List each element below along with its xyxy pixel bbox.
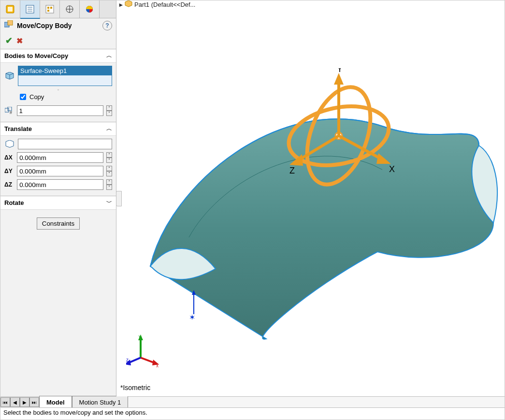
translate-section-title: Translate [4, 125, 32, 132]
breadcrumb-part-name[interactable]: Part1 (Default<<Def... [134, 1, 195, 8]
panel-tab-strip [0, 0, 116, 18]
svg-line-23 [297, 136, 339, 161]
constraints-button[interactable]: Constraints [37, 217, 80, 230]
vcr-next-button[interactable]: ▶ [20, 397, 29, 407]
list-resize-handle[interactable]: ◦ [4, 87, 112, 92]
dz-label: ΔZ [4, 181, 14, 188]
body-selection-icon [4, 72, 15, 80]
rotate-section-title: Rotate [4, 199, 24, 206]
feature-manager-tab[interactable] [0, 0, 20, 18]
ok-button[interactable]: ✔ [5, 35, 13, 46]
view-name-label: *Isometric [120, 384, 150, 391]
configuration-manager-tab[interactable] [40, 0, 60, 18]
panel-splitter-handle[interactable] [116, 191, 122, 206]
svg-marker-26 [192, 290, 196, 295]
confirm-cancel-row: ✔ ✖ [0, 32, 116, 49]
display-manager-tab[interactable] [80, 0, 100, 18]
dx-spin-up[interactable]: ˄ [106, 152, 112, 158]
property-manager-panel: Move/Copy Body ? ✔ ✖ Bodies to Move/Copy… [0, 0, 116, 396]
move-copy-body-icon [4, 20, 14, 30]
translate-to-input[interactable] [18, 139, 112, 149]
move-triad-manipulator[interactable]: Y X Z [276, 68, 402, 194]
dx-input[interactable] [17, 152, 103, 163]
svg-text:✶: ✶ [189, 313, 195, 321]
breadcrumb-part-icon [125, 0, 132, 9]
svg-rect-6 [46, 5, 54, 13]
dx-spin-down[interactable]: ˅ [106, 158, 112, 163]
panel-title: Move/Copy Body [17, 22, 72, 29]
instance-count-icon: # [4, 107, 14, 115]
translate-section-header[interactable]: Translate ︿ [0, 122, 116, 136]
panel-title-row: Move/Copy Body ? [0, 18, 116, 32]
svg-rect-12 [8, 20, 13, 25]
dy-spin-down[interactable]: ˅ [106, 171, 112, 176]
svg-marker-20 [334, 73, 344, 85]
tri-x: x [156, 363, 159, 367]
triad-y-label: Y [337, 68, 343, 74]
triad-z-label: Z [289, 166, 295, 175]
svg-text:#: # [10, 110, 12, 115]
count-spin-down[interactable]: ˅ [106, 111, 112, 116]
collapse-icon[interactable]: ︿ [106, 125, 112, 133]
bottom-tab-bar: ⏮ ◀ ▶ ⏭ Model Motion Study 1 [0, 396, 505, 407]
breadcrumb[interactable]: ▸ Part1 (Default<<Def... [119, 0, 195, 9]
instance-count-input[interactable] [17, 105, 103, 116]
bodies-section-title: Bodies to Move/Copy [4, 52, 68, 59]
triad-x-label: X [389, 164, 395, 174]
bodies-list-item[interactable]: Surface-Sweep1 [18, 66, 112, 75]
dz-spin-up[interactable]: ˄ [106, 179, 112, 185]
dy-label: ΔY [4, 168, 14, 174]
dx-label: ΔX [4, 154, 14, 161]
svg-marker-22 [376, 153, 391, 164]
dy-spin-up[interactable]: ˄ [106, 166, 112, 171]
bodies-section-body: Surface-Sweep1 ◦ Copy # ˄˅ [0, 63, 116, 122]
vcr-last-button[interactable]: ⏭ [29, 397, 39, 407]
view-orientation-triad[interactable]: y x z [126, 333, 160, 367]
copy-checkbox[interactable] [20, 94, 26, 100]
graphics-viewport[interactable]: ▸ Part1 (Default<<Def... [116, 0, 505, 396]
status-bar: Select the bodies to move/copy and set t… [0, 407, 505, 420]
cancel-button[interactable]: ✖ [16, 36, 23, 45]
vcr-prev-button[interactable]: ◀ [10, 397, 20, 407]
help-button[interactable]: ? [102, 21, 112, 30]
tri-z: z [126, 357, 129, 362]
breadcrumb-arrow-icon: ▸ [119, 1, 123, 8]
count-spin-up[interactable]: ˄ [106, 105, 112, 111]
expand-icon[interactable]: ﹀ [106, 199, 112, 207]
tab-model[interactable]: Model [39, 396, 72, 408]
vcr-controls: ⏮ ◀ ▶ ⏭ [0, 397, 39, 407]
translate-to-icon [4, 140, 15, 148]
dy-input[interactable] [17, 166, 103, 176]
origin-triad-icon: ✶ [184, 290, 213, 324]
svg-rect-13 [5, 108, 9, 112]
tri-y: y [139, 334, 141, 339]
property-manager-tab[interactable] [20, 0, 40, 19]
bodies-list[interactable]: Surface-Sweep1 [18, 66, 112, 86]
collapse-icon[interactable]: ︿ [106, 52, 112, 60]
bodies-section-header[interactable]: Bodies to Move/Copy ︿ [0, 49, 116, 63]
svg-rect-1 [8, 7, 13, 12]
translate-section-body: ΔX ˄˅ ΔY ˄˅ ΔZ ˄˅ [0, 136, 116, 196]
copy-checkbox-label: Copy [29, 93, 44, 101]
dimxpert-tab[interactable] [60, 0, 80, 18]
tab-motion-study[interactable]: Motion Study 1 [72, 396, 129, 408]
dz-spin-down[interactable]: ˅ [106, 185, 112, 190]
vcr-first-button[interactable]: ⏮ [0, 397, 10, 407]
dz-input[interactable] [17, 179, 103, 190]
rotate-section-header[interactable]: Rotate ﹀ [0, 196, 116, 210]
